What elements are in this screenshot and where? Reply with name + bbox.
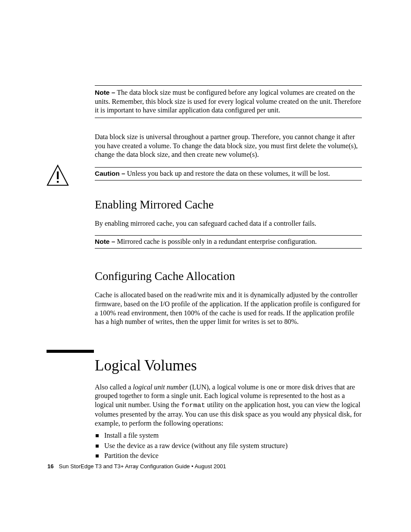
note-text: The data block size must be configured b… bbox=[95, 89, 361, 114]
page-footer: 16Sun StorEdge T3 and T3+ Array Configur… bbox=[47, 463, 226, 470]
footer-text: Sun StorEdge T3 and T3+ Array Configurat… bbox=[59, 463, 226, 470]
note-label: Note – bbox=[95, 89, 115, 96]
caution-box: Caution – Unless you back up and restore… bbox=[95, 167, 362, 180]
note-label-mirrored: Note – bbox=[95, 238, 115, 245]
list-item: Install a file system bbox=[95, 431, 362, 440]
svg-rect-2 bbox=[57, 181, 59, 183]
section-mirrored-cache: Enabling Mirrored Cache By enabling mirr… bbox=[95, 198, 362, 257]
lv-text-italic: logical unit number bbox=[133, 383, 188, 391]
list-item: Partition the device bbox=[95, 451, 362, 460]
note-box: Note – The data block size must be confi… bbox=[95, 85, 362, 118]
para-datablock: Data block size is universal throughout … bbox=[95, 133, 362, 169]
note-text-mirrored: Mirrored cache is possible only in a red… bbox=[115, 238, 317, 246]
page-number: 16 bbox=[47, 463, 53, 470]
note-block-size: Note – The data block size must be confi… bbox=[95, 85, 362, 127]
section-cache-allocation: Configuring Cache Allocation Cache is al… bbox=[95, 270, 362, 336]
list-item: Use the device as a raw device (without … bbox=[95, 442, 362, 451]
page: Note – The data block size must be confi… bbox=[0, 0, 411, 532]
heading-logical-volumes: Logical Volumes bbox=[95, 358, 362, 374]
section-logical-volumes: Logical Volumes Also called a logical un… bbox=[95, 358, 362, 461]
section-rule bbox=[47, 350, 94, 353]
heading-mirrored-cache: Enabling Mirrored Cache bbox=[95, 198, 362, 212]
caution-block: Caution – Unless you back up and restore… bbox=[95, 167, 362, 180]
para-mirrored: By enabling mirrored cache, you can safe… bbox=[95, 219, 362, 228]
caution-icon bbox=[47, 165, 69, 187]
caution-label: Caution – bbox=[95, 170, 125, 177]
lv-text-mono: format bbox=[181, 401, 206, 409]
heading-cache-allocation: Configuring Cache Allocation bbox=[95, 270, 362, 283]
body-text: Data block size is universal throughout … bbox=[95, 133, 362, 159]
note-mirrored: Note – Mirrored cache is possible only i… bbox=[95, 235, 362, 249]
para-cache-allocation: Cache is allocated based on the read/wri… bbox=[95, 291, 362, 327]
caution-text: Unless you back up and restore the data … bbox=[125, 170, 330, 177]
svg-rect-1 bbox=[57, 171, 59, 179]
bullet-list: Install a file system Use the device as … bbox=[95, 431, 362, 460]
lv-text-pre: Also called a bbox=[95, 383, 133, 391]
para-logical-volumes: Also called a logical unit number (LUN),… bbox=[95, 383, 362, 428]
